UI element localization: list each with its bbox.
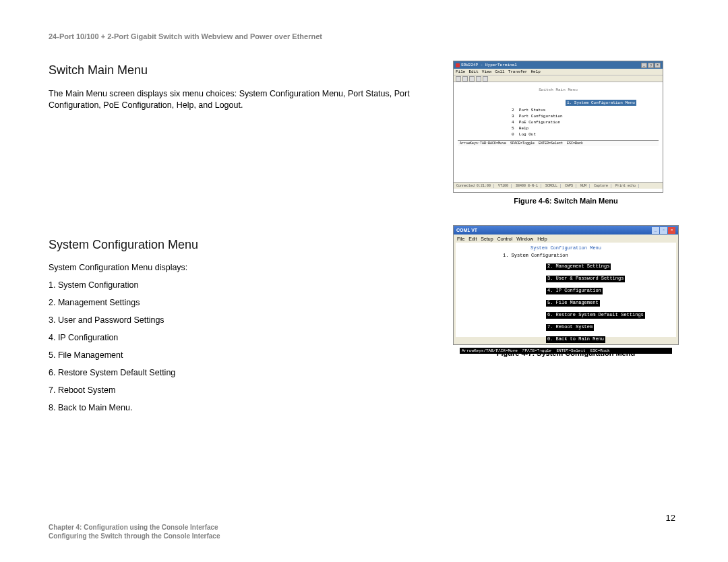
list-item: 7. Reboot System [49,385,453,395]
system-config-list: 1. System Configuration 2. Management Se… [49,280,453,412]
figure-block-main-menu: SRW224P - HyperTerminal _ ▢ × File Edit … [453,61,679,205]
footer-line: Configuring the Switch through the Conso… [49,532,220,540]
terminal-screen-title: System Configuration Menu [460,245,672,251]
statusbar-cell: Capture [594,184,611,188]
window-titlebar: COM1 VT _ ▫ × [454,226,678,235]
terminal-menu-line: 2 Port Status [512,107,659,113]
statusbar-cell: NUM [580,184,590,188]
terminal-menu-line: 5 Help [512,125,659,131]
terminal-menu-line: 3. User & Password Settings [546,276,625,282]
statusbar-cell: VT100 [498,184,512,188]
menu-item: File [457,237,464,241]
app-icon [456,63,460,67]
list-item: 4. IP Configuration [49,333,453,342]
terminal-menu-line: 3 Port Configuration [512,113,659,119]
toolbar-icon [456,76,461,82]
statusbar-cell: SCROLL [545,184,561,188]
statusbar-cell: 38400 8-N-1 [516,184,541,188]
menu-item: Help [530,69,540,74]
minimize-icon: _ [652,227,659,234]
menu-item: Edit [468,69,478,74]
list-item: 1. System Configuration [49,280,453,290]
document-footer: Chapter 4: Configuration using the Conso… [49,523,220,540]
toolbar-icon [483,76,488,82]
terminal-menu-line: 7. Reboot System [546,324,594,330]
document-header: 24-Port 10/100 + 2-Port Gigabit Switch w… [49,32,679,40]
section-body-main-menu: The Main Menu screen displays six menu c… [49,88,439,111]
menu-item: Help [537,237,547,241]
window-menubar: File Edit View Call Transfer Help [454,69,663,75]
hyperterminal-window: SRW224P - HyperTerminal _ ▢ × File Edit … [453,61,663,193]
menu-item: Call [495,69,504,74]
menu-item: Edit [468,237,477,241]
statusbar-cell: Print echo [615,184,639,188]
window-title: SRW224P - HyperTerminal [461,63,517,67]
section-heading-system-config: System Configuration Menu [49,238,453,252]
terminal-helpbar: ArrowKeys:TAB:BACK=Move SPACE=Toggle ENT… [458,140,659,146]
list-item: 2. Management Settings [49,298,453,307]
terminal-menu-line: 5. File Management [546,300,600,306]
vt-terminal-window: COM1 VT _ ▫ × File Edit Setup Control Wi… [453,225,679,345]
maximize-icon: ▢ [648,63,654,68]
close-icon: × [655,63,661,68]
menu-item: Window [516,237,533,241]
terminal-menu-line: 6. Restore System Default Settings [546,312,645,318]
terminal-screen-title: Switch Main Menu [458,88,659,92]
terminal-menu-line-selected: 1. System Configuration Menu [566,100,636,106]
menu-item: Transfer [508,69,528,74]
terminal-menu-line: 0 Log Out [512,131,659,137]
window-toolbar [454,75,663,82]
footer-line: Chapter 4: Configuration using the Conso… [49,523,220,532]
menu-item: File [456,69,465,74]
minimize-icon: _ [641,63,647,68]
terminal-canvas: System Configuration Menu 1. System Conf… [456,243,676,337]
window-statusbar: Connected 0:21:00 VT100 38400 8-N-1 SCRO… [454,182,663,189]
menu-item: Control [497,237,513,241]
toolbar-icon [476,76,481,82]
terminal-menu-line: 0. Back to Main Menu [546,336,605,342]
figure-caption: Figure 4-6: Switch Main Menu [453,197,679,205]
toolbar-icon [469,76,475,82]
list-item: 3. User and Password Settings [49,315,453,325]
terminal-menu-line: 2. Management Settings [546,263,611,270]
statusbar-cell: CAPS [565,184,576,188]
terminal-menu-line: 4 PoE Configuration [512,119,659,125]
section-heading-main-menu: Switch Main Menu [49,63,453,77]
terminal-canvas: Switch Main Menu 1. System Configuration… [454,82,663,182]
menu-item: View [482,69,491,74]
list-item: 6. Restore System Default Setting [49,368,453,377]
statusbar-cell: Connected 0:21:00 [456,184,494,188]
section-intro-system-config: System Configuration Menu displays: [49,263,453,272]
window-menubar: File Edit Setup Control Window Help [454,235,678,243]
terminal-menu-line: 1. System Configuration [503,253,672,259]
window-titlebar: SRW224P - HyperTerminal _ ▢ × [454,61,663,69]
figure-block-system-config: COM1 VT _ ▫ × File Edit Setup Control Wi… [453,225,679,357]
list-item: 5. File Management [49,350,453,360]
list-item: 8. Back to Main Menu. [49,403,453,412]
terminal-menu-line: 4. IP Configuration [546,288,603,294]
page-number: 12 [666,513,675,523]
maximize-icon: ▫ [660,227,667,234]
toolbar-icon [462,76,468,82]
close-icon: × [668,227,675,234]
window-title: COM1 VT [456,228,477,232]
menu-item: Setup [481,237,493,241]
